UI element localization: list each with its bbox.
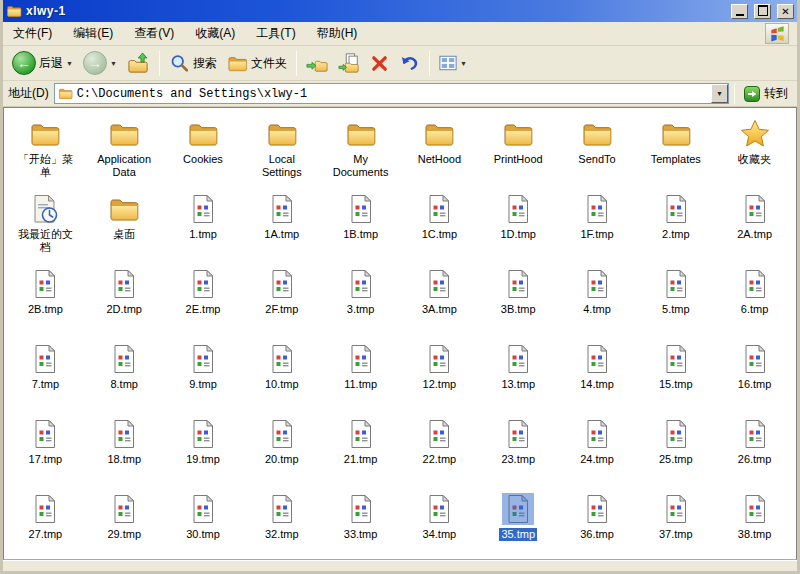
search-button[interactable]: 搜索 <box>165 48 221 79</box>
file-item[interactable]: 38.tmp <box>715 488 794 560</box>
file-label: 11.tmp <box>342 378 379 391</box>
file-item[interactable]: 6.tmp <box>715 263 794 338</box>
tmp-file-icon <box>265 492 299 526</box>
menu-help[interactable]: 帮助(H) <box>315 23 360 44</box>
file-item[interactable]: 10.tmp <box>242 338 321 413</box>
tmp-file-icon <box>265 417 299 451</box>
file-item[interactable]: 13.tmp <box>479 338 558 413</box>
minimize-button[interactable] <box>731 4 748 19</box>
file-item[interactable]: 25.tmp <box>636 413 715 488</box>
views-dropdown-icon[interactable]: ▼ <box>460 60 467 67</box>
file-item[interactable]: Templates <box>636 113 715 188</box>
file-item[interactable]: 3A.tmp <box>400 263 479 338</box>
file-item[interactable]: My Documents <box>321 113 400 188</box>
file-item[interactable]: 11.tmp <box>321 338 400 413</box>
file-label: 24.tmp <box>578 453 616 466</box>
file-item[interactable]: 1F.tmp <box>558 188 637 263</box>
close-button[interactable] <box>777 4 794 19</box>
file-item[interactable]: 2B.tmp <box>6 263 85 338</box>
file-label: 1B.tmp <box>341 228 380 241</box>
file-item[interactable]: 21.tmp <box>321 413 400 488</box>
file-item[interactable]: 1.tmp <box>164 188 243 263</box>
file-item[interactable]: 12.tmp <box>400 338 479 413</box>
file-item[interactable]: 1A.tmp <box>242 188 321 263</box>
file-item[interactable]: 我最近的文档 <box>6 188 85 263</box>
back-dropdown-icon[interactable]: ▼ <box>66 60 73 67</box>
file-item[interactable]: 1C.tmp <box>400 188 479 263</box>
address-input[interactable]: C:\Documents and Settings\xlwy-1 ▼ <box>54 83 729 104</box>
file-item[interactable]: 36.tmp <box>558 488 637 560</box>
menubar: 文件(F) 编辑(E) 查看(V) 收藏(A) 工具(T) 帮助(H) <box>3 22 797 46</box>
tmp-file-icon <box>659 492 693 526</box>
file-item[interactable]: 收藏夹 <box>715 113 794 188</box>
file-item[interactable]: 2A.tmp <box>715 188 794 263</box>
file-item[interactable]: 20.tmp <box>242 413 321 488</box>
file-item[interactable]: PrintHood <box>479 113 558 188</box>
file-item[interactable]: 2F.tmp <box>242 263 321 338</box>
maximize-button[interactable] <box>754 4 771 19</box>
address-dropdown-button[interactable]: ▼ <box>711 84 728 103</box>
tmp-file-icon <box>344 492 378 526</box>
copy-to-button[interactable] <box>334 48 364 79</box>
views-button[interactable]: ▼ <box>435 48 471 79</box>
file-item[interactable]: 14.tmp <box>558 338 637 413</box>
file-item[interactable]: 29.tmp <box>85 488 164 560</box>
file-item[interactable]: 17.tmp <box>6 413 85 488</box>
file-item[interactable]: 18.tmp <box>85 413 164 488</box>
file-label: 9.tmp <box>187 378 219 391</box>
file-item[interactable]: 24.tmp <box>558 413 637 488</box>
undo-button[interactable] <box>395 48 424 79</box>
menu-file[interactable]: 文件(F) <box>11 23 54 44</box>
back-button[interactable]: ← 后退 ▼ <box>8 48 77 79</box>
menu-edit[interactable]: 编辑(E) <box>71 23 115 44</box>
tmp-file-icon <box>28 342 62 376</box>
file-item[interactable]: 37.tmp <box>636 488 715 560</box>
file-item[interactable]: SendTo <box>558 113 637 188</box>
file-item[interactable]: 2E.tmp <box>164 263 243 338</box>
go-label: 转到 <box>764 85 788 102</box>
file-item[interactable]: 19.tmp <box>164 413 243 488</box>
file-item[interactable]: 33.tmp <box>321 488 400 560</box>
menu-view[interactable]: 查看(V) <box>132 23 176 44</box>
folders-button[interactable]: 文件夹 <box>223 48 291 79</box>
file-label: 17.tmp <box>27 453 65 466</box>
file-item[interactable]: 4.tmp <box>558 263 637 338</box>
file-item[interactable]: 2D.tmp <box>85 263 164 338</box>
file-item[interactable]: 2.tmp <box>636 188 715 263</box>
file-item[interactable]: 8.tmp <box>85 338 164 413</box>
folder-icon <box>265 117 299 151</box>
file-item[interactable]: 32.tmp <box>242 488 321 560</box>
file-item[interactable]: 35.tmp <box>479 488 558 560</box>
file-item[interactable]: Local Settings <box>242 113 321 188</box>
file-item[interactable]: 15.tmp <box>636 338 715 413</box>
menu-tools[interactable]: 工具(T) <box>254 23 297 44</box>
file-item[interactable]: 26.tmp <box>715 413 794 488</box>
go-button[interactable]: 转到 <box>740 85 792 102</box>
move-to-button[interactable] <box>302 48 332 79</box>
file-item[interactable]: 3B.tmp <box>479 263 558 338</box>
file-item[interactable]: 23.tmp <box>479 413 558 488</box>
file-item[interactable]: 22.tmp <box>400 413 479 488</box>
file-item[interactable]: 9.tmp <box>164 338 243 413</box>
delete-button[interactable] <box>366 48 393 79</box>
file-item[interactable]: 16.tmp <box>715 338 794 413</box>
forward-dropdown-icon[interactable]: ▼ <box>110 60 117 67</box>
file-item[interactable]: 7.tmp <box>6 338 85 413</box>
tmp-file-icon <box>344 342 378 376</box>
file-item[interactable]: 27.tmp <box>6 488 85 560</box>
file-label: 1C.tmp <box>420 228 459 241</box>
menu-favorites[interactable]: 收藏(A) <box>193 23 237 44</box>
file-item[interactable]: 桌面 <box>85 188 164 263</box>
file-item[interactable]: NetHood <box>400 113 479 188</box>
file-item[interactable]: 1B.tmp <box>321 188 400 263</box>
file-item[interactable]: 34.tmp <box>400 488 479 560</box>
forward-button[interactable]: → ▼ <box>79 48 121 79</box>
file-item[interactable]: 5.tmp <box>636 263 715 338</box>
file-item[interactable]: 1D.tmp <box>479 188 558 263</box>
up-button[interactable] <box>123 48 154 79</box>
file-item[interactable]: 3.tmp <box>321 263 400 338</box>
file-item[interactable]: 「开始」菜单 <box>6 113 85 188</box>
file-item[interactable]: Application Data <box>85 113 164 188</box>
file-item[interactable]: Cookies <box>164 113 243 188</box>
file-item[interactable]: 30.tmp <box>164 488 243 560</box>
